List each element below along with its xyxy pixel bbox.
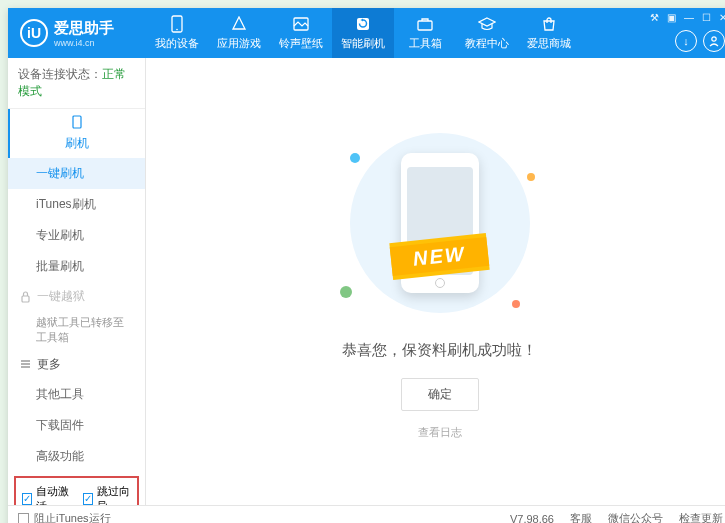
body: 设备连接状态：正常模式 刷机 一键刷机 iTunes刷机 专业刷机 批量刷机 一… [8, 58, 725, 505]
phone-small-icon [72, 115, 82, 129]
settings-icon[interactable]: ⚒ [650, 12, 659, 23]
lock-icon [20, 291, 31, 303]
header-circle-buttons: ↓ [675, 30, 725, 52]
window-controls: ⚒ ▣ — ☐ ✕ [650, 12, 725, 23]
footer: 阻止iTunes运行 V7.98.66 客服 微信公众号 检查更新 [8, 505, 725, 523]
tab-my-device[interactable]: 我的设备 [146, 8, 208, 58]
sidebar-item-oneclick[interactable]: 一键刷机 [8, 158, 145, 189]
tab-label: 教程中心 [465, 36, 509, 51]
sidebar-more-title: 更多 [37, 356, 61, 373]
sidebar-flash-title: 刷机 [65, 135, 89, 152]
sidebar-jailbreak-title: 一键越狱 [37, 288, 85, 305]
header: iU 爱思助手 www.i4.cn 我的设备 应用游戏 铃声壁纸 智能刷机 [8, 8, 725, 58]
sidebar-jailbreak-note: 越狱工具已转移至工具箱 [8, 311, 145, 350]
apps-icon [230, 15, 248, 33]
tab-label: 应用游戏 [217, 36, 261, 51]
svg-rect-4 [418, 21, 432, 30]
app-url: www.i4.cn [54, 38, 114, 48]
sidebar-item-download[interactable]: 下载固件 [8, 410, 145, 441]
wechat-link[interactable]: 微信公众号 [608, 511, 663, 523]
sidebar-item-advanced[interactable]: 高级功能 [8, 441, 145, 472]
checkbox-label: 自动激活 [36, 484, 71, 505]
sidebar-item-itunes[interactable]: iTunes刷机 [8, 189, 145, 220]
view-log-link[interactable]: 查看日志 [418, 425, 462, 440]
refresh-icon [354, 15, 372, 33]
tab-toolbox[interactable]: 工具箱 [394, 8, 456, 58]
sidebar-jailbreak-header[interactable]: 一键越狱 [8, 282, 145, 311]
sidebar-item-other[interactable]: 其他工具 [8, 379, 145, 410]
checkbox-icon: ✓ [22, 493, 32, 505]
status-label: 设备连接状态： [18, 67, 102, 81]
svg-point-5 [712, 37, 716, 41]
toolbox-icon [416, 15, 434, 33]
footer-right: V7.98.66 客服 微信公众号 检查更新 [510, 511, 723, 523]
sidebar-item-pro[interactable]: 专业刷机 [8, 220, 145, 251]
menu-icon [20, 359, 31, 369]
phone-icon [168, 15, 186, 33]
version-label: V7.98.66 [510, 513, 554, 524]
confirm-button[interactable]: 确定 [401, 378, 479, 411]
svg-point-1 [176, 29, 178, 31]
sidebar-item-batch[interactable]: 批量刷机 [8, 251, 145, 282]
store-icon [540, 15, 558, 33]
close-button[interactable]: ✕ [719, 12, 725, 23]
checkbox-label: 跳过向导 [97, 484, 132, 505]
main-content: NEW 恭喜您，保资料刷机成功啦！ 确定 查看日志 [146, 58, 725, 505]
success-illustration: NEW [330, 123, 550, 323]
success-message: 恭喜您，保资料刷机成功啦！ [342, 341, 537, 360]
block-itunes-checkbox[interactable] [18, 513, 29, 523]
service-link[interactable]: 客服 [570, 511, 592, 523]
tab-label: 爱思商城 [527, 36, 571, 51]
skip-guide-checkbox[interactable]: ✓ 跳过向导 [83, 484, 132, 505]
device-status: 设备连接状态：正常模式 [8, 58, 145, 109]
tab-label: 工具箱 [409, 36, 442, 51]
svg-rect-6 [73, 116, 81, 128]
sidebar-more-header[interactable]: 更多 [8, 350, 145, 379]
minimize-button[interactable]: — [684, 12, 694, 23]
tab-store[interactable]: 爱思商城 [518, 8, 580, 58]
tab-tutorials[interactable]: 教程中心 [456, 8, 518, 58]
tab-ringtones[interactable]: 铃声壁纸 [270, 8, 332, 58]
logo-icon: iU [20, 19, 48, 47]
tab-label: 我的设备 [155, 36, 199, 51]
download-button[interactable]: ↓ [675, 30, 697, 52]
nav-tabs: 我的设备 应用游戏 铃声壁纸 智能刷机 工具箱 教程中心 [146, 8, 725, 58]
user-button[interactable] [703, 30, 725, 52]
tab-apps[interactable]: 应用游戏 [208, 8, 270, 58]
tab-label: 智能刷机 [341, 36, 385, 51]
options-box: ✓ 自动激活 ✓ 跳过向导 [14, 476, 139, 505]
maximize-button[interactable]: ☐ [702, 12, 711, 23]
logo-area: iU 爱思助手 www.i4.cn [8, 19, 146, 48]
tab-smart-flash[interactable]: 智能刷机 [332, 8, 394, 58]
update-link[interactable]: 检查更新 [679, 511, 723, 523]
app-window: iU 爱思助手 www.i4.cn 我的设备 应用游戏 铃声壁纸 智能刷机 [8, 8, 725, 523]
app-name: 爱思助手 [54, 19, 114, 38]
graduation-icon [478, 15, 496, 33]
wallpaper-icon [292, 15, 310, 33]
footer-left: 阻止iTunes运行 [18, 511, 111, 523]
svg-rect-7 [22, 296, 29, 302]
skin-icon[interactable]: ▣ [667, 12, 676, 23]
tab-label: 铃声壁纸 [279, 36, 323, 51]
sidebar-flash-header[interactable]: 刷机 [8, 109, 145, 158]
auto-activate-checkbox[interactable]: ✓ 自动激活 [22, 484, 71, 505]
checkbox-icon: ✓ [83, 493, 93, 505]
block-itunes-label: 阻止iTunes运行 [34, 511, 111, 523]
sidebar: 设备连接状态：正常模式 刷机 一键刷机 iTunes刷机 专业刷机 批量刷机 一… [8, 58, 146, 505]
